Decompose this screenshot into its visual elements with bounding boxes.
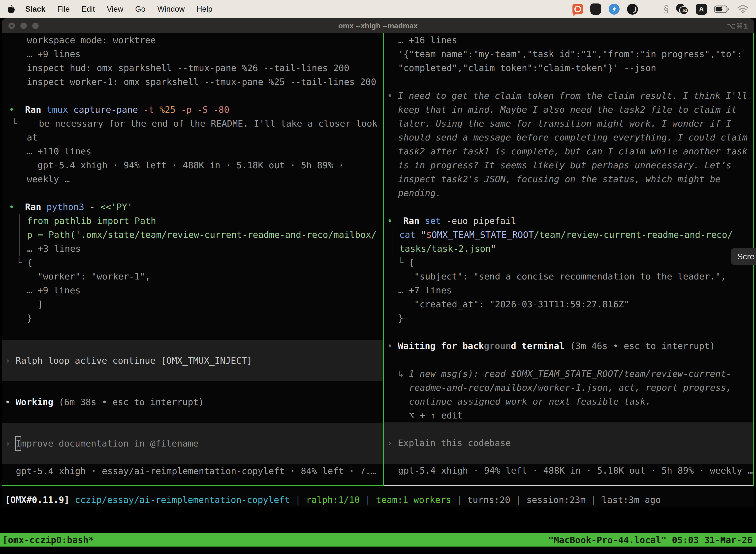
terminal-token: … +16 lines [398,35,457,45]
terminal-line: keep that in mind. Maybe I also need the… [384,103,754,117]
terminal-token: ] [27,299,43,309]
badge-61-icon[interactable]: ..61 [676,4,689,15]
omx-status-segment: | [510,495,526,505]
terminal-token: inspect task2's JSON, focusing on the st… [398,174,720,184]
dots-grid-icon[interactable] [645,4,656,15]
terminal-token: <<'PY' [100,202,132,212]
terminal-token: … +9 lines [27,49,81,59]
terminal-token: └ [12,118,39,128]
terminal-line: } [384,311,754,325]
apple-menu-icon[interactable] [7,4,16,14]
right-agent-pane[interactable]: … +16 lines'{"team_name":"my-team","task… [384,33,754,486]
speedtest-icon[interactable] [609,4,620,15]
terminal-line: inspect_worker-1: omx sparkshell --tmux-… [2,75,383,89]
terminal-token: › [5,437,16,450]
terminal-line: is in progress? It seems likely but perh… [384,158,754,172]
terminal-token: • [387,341,398,351]
prompt-band[interactable]: › Explain this codebase [384,423,754,464]
terminal-token: gpt-5.4 xhigh · 94% left · 488K in · 5.1… [27,160,344,170]
terminal-line: … +9 lines [2,47,383,61]
omx-status-segment: cczip/essay/ai-reimplementation-copyleft [75,495,290,505]
terminal-token: Explain this codebase [398,436,511,450]
chat-badge-icon[interactable] [572,4,583,14]
terminal-line: gpt-5.4 xhigh · 94% left · 488K in · 5.1… [2,158,383,172]
letter-a-icon[interactable]: A [696,4,707,15]
menu-item-window[interactable]: Window [151,5,190,14]
battery-icon[interactable] [714,5,730,13]
wifi-icon[interactable] [737,5,749,13]
crescent-icon[interactable] [627,4,638,15]
terminal-token: -t [143,105,160,115]
terminal-token: gpt-5.4 xhigh · essay/ai-reimplementatio… [16,466,376,476]
terminal-token: … +7 lines [398,285,452,295]
terminal-token: capture-pane [73,105,143,115]
terminal-line: ↳ 1 new msg(s): read $OMX_TEAM_STATE_ROO… [384,367,754,381]
terminal-line: weekly … [2,172,383,186]
terminal-line: inspect task2's JSON, focusing on the st… [384,172,754,186]
terminal-line: p = Path('.omx/state/team/review-current… [19,228,383,242]
terminal-blank-line [2,381,383,395]
terminal-token: -p [181,105,197,115]
terminal-token: ⌥ + ↑ edit [409,410,463,421]
squiggle-icon[interactable]: § [664,4,669,15]
badge-61-label: ..61 [679,6,689,15]
terminal-line: └ be necessary for the end of the README… [2,117,383,130]
terminal-line: └ { [2,256,383,270]
terminal-line: "created_at": "2026-03-31T11:59:27.816Z" [384,297,754,311]
menu-item-slack[interactable]: Slack [19,5,51,14]
terminal-token: /team/review-current-readme-and-reco/ [534,230,733,240]
terminal-token: readme-and-reco/mailbox/worker-1.json, a… [409,383,732,393]
terminal-token: gpt-5.4 xhigh · 94% left · 488K in · 5.1… [398,465,753,476]
terminal-token: be necessary for the end of the README. … [39,118,377,128]
terminal-token: { [409,258,414,268]
menu-bar-status-icons: § ..61 A [572,3,749,15]
menu-item-edit[interactable]: Edit [76,5,101,14]
terminal-line: "worker": "worker-1", [2,270,383,283]
screen: Slack File Edit View Go Window Help § [0,0,756,554]
terminal-blank-line [384,353,754,367]
omx-status-segment: [OMX#0.11.9] [5,495,75,505]
keyboard-icon[interactable] [590,3,601,15]
menu-item-file[interactable]: File [51,5,76,14]
terminal-token: } [27,313,32,323]
terminal-line: … +110 lines [2,145,383,158]
tmux-session-label[interactable]: [omx-cczip0:bash* [2,535,94,545]
terminal-token: └ [16,258,27,268]
menu-item-view[interactable]: View [101,5,129,14]
terminal[interactable]: workspace_mode: worktree… +9 linesinspec… [2,33,754,507]
terminal-line: from pathlib import Path [19,214,383,228]
terminal-token: at [27,132,38,143]
terminal-line: … +9 lines [2,283,383,297]
terminal-line: • Ran set -euo pipefail [384,214,754,228]
terminal-token: "worker": "worker-1", [27,271,150,281]
terminal-line: continue assigned work or next feasible … [384,395,754,408]
terminal-token: (6m 38s • esc to interrupt) [59,397,204,407]
menu-item-go[interactable]: Go [129,5,151,14]
prompt-band[interactable]: › Improve documentation in @filename [2,423,383,464]
menu-item-help[interactable]: Help [191,5,218,14]
tmux-status-bar: [omx-cczip0:bash* "MacBook-Pro-44.local"… [0,533,756,547]
terminal-line: … +16 lines [384,33,754,47]
terminal-token: Waiting for back [398,341,484,351]
terminal-token: weekly … [27,174,70,184]
left-agent-pane[interactable]: workspace_mode: worktree… +9 linesinspec… [2,33,383,486]
terminal-token: … +110 lines [27,146,91,156]
terminal-token: $ [426,230,432,240]
terminal-line: pending. [384,186,754,200]
terminal-token: • [9,105,25,115]
omx-status-segment: | [586,495,602,505]
terminal-line: '{"team_name":"my-team","task_id":"1","f… [384,47,754,61]
terminal-line: inspect_hud: omx sparkshell --tmux-pane … [2,61,383,75]
terminal-blank-line [2,89,383,103]
terminal-token: set [425,216,446,226]
prompt-band[interactable]: › Ralph loop active continue [OMX_TMUX_I… [2,340,383,381]
terminal-token: Working [16,397,59,407]
omx-status-segment: | [290,495,306,505]
terminal-line: … +3 lines [19,242,383,256]
terminal-token: • [387,91,398,101]
terminal-token: { [27,258,33,268]
terminal-token: pending. [398,188,441,198]
terminal-token: } [398,313,403,323]
terminal-line: tasks/task-2.json" [392,242,754,256]
terminal-line: ] [2,297,383,311]
